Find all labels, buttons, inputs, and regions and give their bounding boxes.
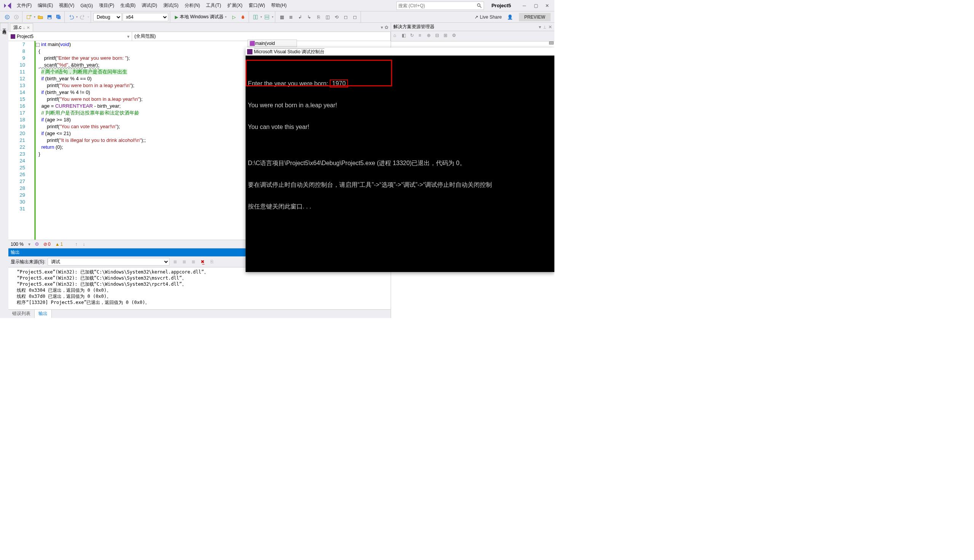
preview-button[interactable]: PREVIEW [519,13,551,21]
menu-build[interactable]: 生成(B) [117,1,139,10]
debug-console-window[interactable]: Microsoft Visual Studio 调试控制台 Enter the … [246,48,555,272]
hot-reload-button[interactable] [239,13,247,21]
menu-help[interactable]: 帮助(H) [268,1,290,10]
platform-select[interactable]: x64 [123,13,168,21]
console-line: 按任意键关闭此窗口. . . [248,203,552,210]
new-item-button[interactable]: ✚ [25,13,33,21]
menu-test[interactable]: 测试(S) [160,1,182,10]
close-button[interactable]: ✕ [541,2,553,10]
menu-project[interactable]: 项目(P) [96,1,117,10]
health-icon[interactable]: ❂ [35,242,39,247]
toolbar-btn-b[interactable] [263,13,271,21]
nav-project-combo[interactable]: Project5 ▾ [8,32,132,41]
tab-dropdown-icon[interactable]: ▾ [381,25,383,30]
sol-tb-2[interactable]: ◧ [402,33,409,40]
toolbar-icon-5[interactable]: ⎘ [314,13,322,21]
nav-up-icon[interactable]: ↑ [75,242,77,247]
start-debug-button[interactable]: ▶ 本地 Windows 调试器 ▾ [172,13,229,21]
sol-tb-4[interactable]: ≡ [418,33,425,40]
start-no-debug-button[interactable]: ▷ [230,13,238,21]
out-btn-2[interactable]: ≣ [181,258,188,265]
sol-tb-5[interactable]: ⊕ [427,33,434,40]
menu-tools[interactable]: 工具(T) [203,1,224,10]
console-line: You were not born in a.leap year! [248,102,552,109]
tab-error-list[interactable]: 错误列表 [8,310,35,318]
console-app-icon [247,49,252,54]
search-input[interactable] [398,3,477,8]
save-all-button[interactable] [54,13,63,21]
solution-toolbar: ⌂ ◧ ↻ ≡ ⊕ ⊟ ⊞ ⚙ [391,31,555,42]
nav-down-icon[interactable]: ↓ [83,242,85,247]
toolbar-btn-a[interactable] [251,13,260,21]
redo-button[interactable] [79,13,87,21]
account-icon[interactable]: 👤 [507,15,513,20]
clear-output-icon[interactable]: ✖̲ [199,258,206,265]
live-share-icon: ↗ [474,15,478,20]
console-user-input: 1970 [330,80,348,88]
menu-debug[interactable]: 调试(D) [139,1,160,10]
toolbox-tab[interactable]: 工具箱 [0,23,8,30]
output-source-select[interactable]: 调试 [48,258,169,265]
svg-rect-7 [48,17,51,18]
pin-icon[interactable]: ⟂ [23,25,25,30]
nav-scope-label: (全局范围) [134,33,156,40]
toolbar-icon-4[interactable]: ↳ [305,13,313,21]
toolbar-icon-9[interactable]: ◻ [351,13,359,21]
sol-tb-6[interactable]: ⊟ [435,33,442,40]
maximize-button[interactable]: ▢ [530,2,541,10]
toolbar-icon-3[interactable]: ↲ [296,13,304,21]
undo-button[interactable] [67,13,75,21]
solution-scrollbar[interactable] [549,42,554,45]
console-titlebar[interactable]: Microsoft Visual Studio 调试控制台 [246,48,555,56]
out-btn-3[interactable]: ≣ [190,258,197,265]
menu-file[interactable]: 文件(F) [14,1,35,10]
line-gutter: 7891011121314151617181920212223242526272… [8,41,29,240]
toolbar-icon-7[interactable]: ⟲ [332,13,341,21]
warning-count[interactable]: ▲1 [55,242,63,247]
tab-close-icon[interactable]: ✕ [27,25,30,30]
sol-tb-7[interactable]: ⊞ [444,33,451,40]
search-box[interactable] [396,2,484,10]
console-prompt: Enter the year you were born: [248,80,330,87]
menu-analyze[interactable]: 分析(N) [182,1,203,10]
tab-settings-icon[interactable]: ✿ [384,25,388,30]
toolbar-icon-8[interactable]: ◻ [342,13,350,21]
toolbar-icon-6[interactable]: ◫ [323,13,332,21]
console-line: You can vote this year! [248,123,552,130]
toolbar-icon-1[interactable]: ▦ [277,13,286,21]
menu-git[interactable]: Git(G) [77,2,96,10]
sol-tb-8[interactable]: ⚙ [452,33,459,40]
save-button[interactable] [45,13,54,21]
menu-edit[interactable]: 编辑(E) [35,1,56,10]
svg-rect-13 [265,17,269,18]
menu-view[interactable]: 视图(V) [56,1,77,10]
doc-tab-source[interactable]: 源.c ⟂ ✕ [10,23,33,32]
solution-header[interactable]: 解决方案资源管理器 ▾ ⟂ ✕ [391,23,555,31]
output-text[interactable]: “Project5.exe”(Win32): 已加载“C:\Windows\Sy… [8,267,391,309]
console-body[interactable]: Enter the year you were born: 1970 You w… [246,56,555,227]
nav-back-button[interactable] [3,13,12,21]
svg-point-0 [477,3,480,6]
sol-dropdown-icon[interactable]: ▾ [539,24,541,30]
toolbar-icon-2[interactable]: ≣ [287,13,295,21]
out-btn-1[interactable]: ≣ [172,258,179,265]
error-count[interactable]: ⊘0 [43,242,51,247]
svg-rect-12 [265,15,269,17]
sol-tb-3[interactable]: ↻ [410,33,417,40]
sol-close-icon[interactable]: ✕ [548,24,552,30]
open-button[interactable] [36,13,45,21]
svg-rect-4 [27,15,30,18]
hidden-doc-tab[interactable]: 🟪 main(void [247,40,297,47]
out-btn-5[interactable]: ⎘ [208,258,215,265]
menu-extensions[interactable]: 扩展(X) [224,1,246,10]
svg-rect-11 [256,15,257,19]
nav-forward-button[interactable] [12,13,20,21]
menu-window[interactable]: 窗口(W) [246,1,268,10]
sol-tb-1[interactable]: ⌂ [393,33,400,40]
live-share-button[interactable]: ↗ Live Share 👤 [471,15,516,20]
minimize-button[interactable]: ─ [519,2,530,10]
config-select[interactable]: Debug [93,13,122,21]
zoom-level[interactable]: 100 % [11,242,23,247]
sol-pin-icon[interactable]: ⟂ [543,24,546,30]
tab-output[interactable]: 输出 [35,310,52,318]
